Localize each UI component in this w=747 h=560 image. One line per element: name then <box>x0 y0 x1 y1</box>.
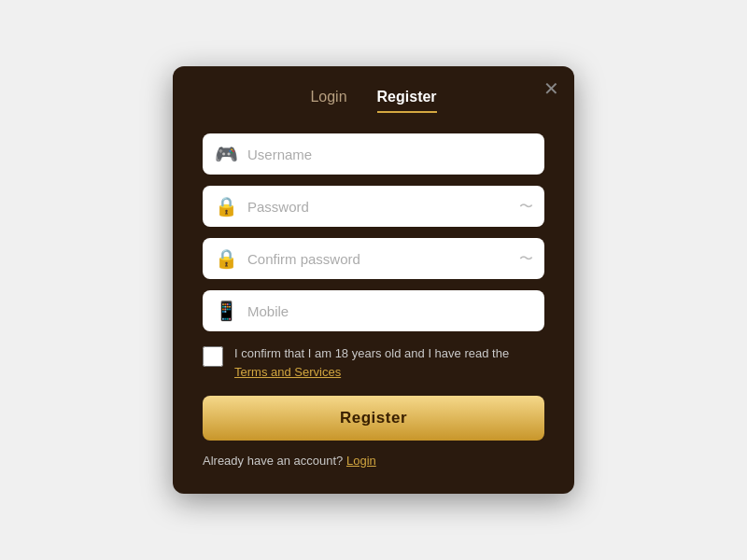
mobile-field-row: 📱 <box>203 290 544 331</box>
tab-register[interactable]: Register <box>377 89 437 113</box>
login-redirect-link[interactable]: Login <box>346 454 376 468</box>
login-redirect-text: Already have an account? Login <box>203 454 544 468</box>
password-input[interactable] <box>247 199 510 215</box>
register-button[interactable]: Register <box>203 396 544 441</box>
terms-checkbox[interactable] <box>203 346 223 367</box>
tab-login[interactable]: Login <box>310 89 346 113</box>
register-modal: ✕ Login Register 🎮 🔒 🔒 📱 I confirm that … <box>173 66 574 494</box>
mobile-input[interactable] <box>247 303 533 319</box>
confirm-password-icon: 🔒 <box>214 247 238 270</box>
terms-link[interactable]: Terms and Services <box>234 365 341 379</box>
confirm-password-field-row: 🔒 <box>203 238 544 279</box>
close-button[interactable]: ✕ <box>543 79 559 98</box>
username-field-row: 🎮 <box>203 133 544 175</box>
password-visibility-toggle[interactable] <box>519 198 533 216</box>
password-icon: 🔒 <box>214 195 238 217</box>
username-input[interactable] <box>247 147 533 162</box>
confirm-password-input[interactable] <box>247 251 510 267</box>
register-form: 🎮 🔒 🔒 📱 <box>203 133 544 331</box>
terms-checkbox-row: I confirm that I am 18 years old and I h… <box>203 344 544 381</box>
mobile-icon: 📱 <box>214 300 238 322</box>
password-field-row: 🔒 <box>203 186 544 227</box>
terms-label: I confirm that I am 18 years old and I h… <box>234 344 509 381</box>
username-icon: 🎮 <box>214 143 238 165</box>
confirm-password-visibility-toggle[interactable] <box>519 250 533 268</box>
tab-bar: Login Register <box>203 89 544 113</box>
